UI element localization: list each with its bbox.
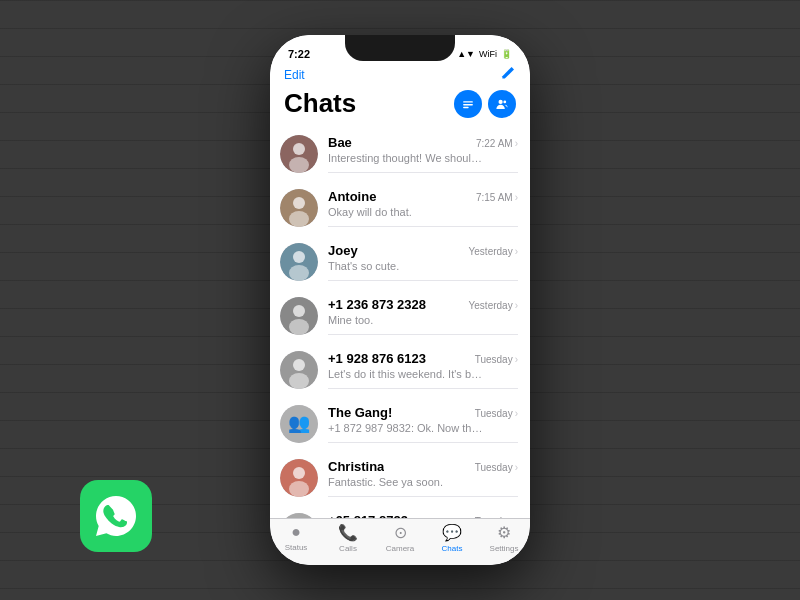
avatar-num1 (280, 297, 318, 335)
chat-preview-bae: Interesting thought! We should give it a… (328, 152, 488, 164)
svg-point-15 (293, 305, 305, 317)
chat-content-gang: The Gang!Tuesday›+1 872 987 9832: Ok. No… (328, 405, 518, 443)
chat-name-num2: +1 928 876 6123 (328, 351, 426, 366)
svg-point-16 (289, 319, 309, 335)
svg-point-24 (289, 481, 309, 497)
tab-icon-settings: ⚙ (497, 523, 511, 542)
phone-notch (345, 35, 455, 61)
chat-time-gang: Tuesday› (475, 408, 518, 419)
tab-label-camera: Camera (386, 544, 414, 553)
svg-point-19 (289, 373, 309, 389)
tab-label-chats: Chats (442, 544, 463, 553)
page-title: Chats (284, 88, 356, 119)
chat-item-num2[interactable]: +1 928 876 6123Tuesday›Let's do it this … (270, 343, 530, 397)
chat-content-num3: +65 817 8723Tuesday›Still need to regain… (328, 513, 518, 518)
chat-item-christina[interactable]: ChristinaTuesday›Fantastic. See ya soon. (270, 451, 530, 505)
tab-settings[interactable]: ⚙Settings (478, 523, 530, 553)
avatar-num3 (280, 513, 318, 518)
svg-point-25 (280, 513, 318, 518)
chat-time-antoine: 7:15 AM› (476, 192, 518, 203)
tab-calls[interactable]: 📞Calls (322, 523, 374, 553)
chat-name-joey: Joey (328, 243, 358, 258)
avatar-antoine (280, 189, 318, 227)
chat-content-bae: Bae7:22 AM›Interesting thought! We shoul… (328, 135, 518, 173)
svg-rect-1 (463, 104, 473, 105)
tab-label-settings: Settings (490, 544, 519, 553)
tab-icon-camera: ⊙ (394, 523, 407, 542)
chat-content-num1: +1 236 873 2328Yesterday›Mine too. (328, 297, 518, 335)
svg-point-6 (293, 143, 305, 155)
chat-time-bae: 7:22 AM› (476, 138, 518, 149)
svg-rect-2 (463, 106, 469, 107)
chat-item-gang[interactable]: 👥The Gang!Tuesday›+1 872 987 9832: Ok. N… (270, 397, 530, 451)
tab-icon-chats: 💬 (442, 523, 462, 542)
chat-content-joey: JoeyYesterday›That's so cute. (328, 243, 518, 281)
compose-button[interactable] (500, 65, 516, 84)
chat-time-num2: Tuesday› (475, 354, 518, 365)
avatar-bae (280, 135, 318, 173)
header-actions (454, 90, 516, 118)
tab-camera[interactable]: ⊙Camera (374, 523, 426, 553)
chat-preview-joey: That's so cute. (328, 260, 488, 272)
svg-point-3 (499, 99, 503, 103)
phone-frame: 7:22 ▲▼ WiFi 🔋 Edit Chats (270, 35, 530, 565)
chat-time-joey: Yesterday› (469, 246, 518, 257)
chat-time-num1: Yesterday› (469, 300, 518, 311)
chat-item-num1[interactable]: +1 236 873 2328Yesterday›Mine too. (270, 289, 530, 343)
chat-name-num3: +65 817 8723 (328, 513, 408, 518)
chat-content-num2: +1 928 876 6123Tuesday›Let's do it this … (328, 351, 518, 389)
avatar-joey (280, 243, 318, 281)
tab-bar: ●Status📞Calls⊙Camera💬Chats⚙Settings (270, 518, 530, 565)
chat-item-bae[interactable]: Bae7:22 AM›Interesting thought! We shoul… (270, 127, 530, 181)
chat-time-num3: Tuesday› (475, 516, 518, 518)
chat-preview-num1: Mine too. (328, 314, 488, 326)
tab-label-status: Status (285, 543, 308, 552)
chat-item-joey[interactable]: JoeyYesterday›That's so cute. (270, 235, 530, 289)
svg-point-4 (503, 100, 506, 103)
new-group-button[interactable] (488, 90, 516, 118)
whatsapp-icon[interactable] (80, 480, 152, 552)
chat-name-bae: Bae (328, 135, 352, 150)
chat-name-num1: +1 236 873 2328 (328, 297, 426, 312)
svg-point-13 (289, 265, 309, 281)
svg-point-23 (293, 467, 305, 479)
chat-preview-gang: +1 872 987 9832: Ok. Now that's a bit sh… (328, 422, 488, 434)
chat-item-antoine[interactable]: Antoine7:15 AM›Okay will do that. (270, 181, 530, 235)
chat-list: Bae7:22 AM›Interesting thought! We shoul… (270, 127, 530, 518)
edit-button[interactable]: Edit (284, 68, 305, 82)
svg-point-12 (293, 251, 305, 263)
chat-preview-num2: Let's do it this weekend. It's been so l… (328, 368, 488, 380)
status-icons: ▲▼ WiFi 🔋 (457, 49, 512, 59)
chat-preview-christina: Fantastic. See ya soon. (328, 476, 488, 488)
chat-item-num3[interactable]: +65 817 8723Tuesday›Still need to regain… (270, 505, 530, 518)
phone-screen: 7:22 ▲▼ WiFi 🔋 Edit Chats (270, 35, 530, 565)
chat-time-christina: Tuesday› (475, 462, 518, 473)
chat-name-antoine: Antoine (328, 189, 376, 204)
svg-rect-0 (463, 101, 473, 102)
chat-content-christina: ChristinaTuesday›Fantastic. See ya soon. (328, 459, 518, 497)
chat-preview-antoine: Okay will do that. (328, 206, 488, 218)
svg-point-18 (293, 359, 305, 371)
avatar-gang: 👥 (280, 405, 318, 443)
chat-name-christina: Christina (328, 459, 384, 474)
svg-text:👥: 👥 (288, 412, 311, 434)
tab-icon-calls: 📞 (338, 523, 358, 542)
chat-name-gang: The Gang! (328, 405, 392, 420)
svg-point-9 (293, 197, 305, 209)
chat-content-antoine: Antoine7:15 AM›Okay will do that. (328, 189, 518, 227)
tab-label-calls: Calls (339, 544, 357, 553)
tab-chats[interactable]: 💬Chats (426, 523, 478, 553)
avatar-num2 (280, 351, 318, 389)
tab-status[interactable]: ●Status (270, 523, 322, 553)
broadcast-button[interactable] (454, 90, 482, 118)
avatar-christina (280, 459, 318, 497)
header: Edit Chats (270, 65, 530, 127)
tab-icon-status: ● (291, 523, 301, 541)
status-time: 7:22 (288, 48, 310, 60)
svg-point-10 (289, 211, 309, 227)
svg-point-7 (289, 157, 309, 173)
